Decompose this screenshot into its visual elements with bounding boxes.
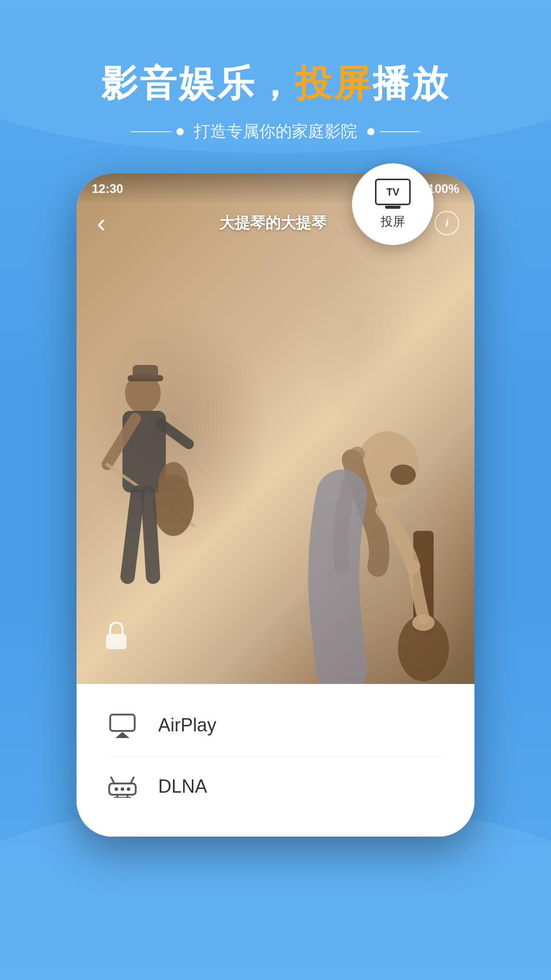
dlna-item[interactable]: DLNA bbox=[107, 757, 444, 816]
title-part1: 影音娱乐， bbox=[101, 63, 295, 104]
svg-point-15 bbox=[412, 615, 435, 631]
airplay-icon bbox=[107, 713, 138, 738]
status-time: 12:30 bbox=[92, 182, 123, 196]
svg-line-21 bbox=[111, 777, 114, 783]
svg-point-23 bbox=[115, 788, 118, 791]
airplay-svg bbox=[108, 713, 137, 738]
musician-left bbox=[92, 362, 235, 643]
lock-icon[interactable] bbox=[102, 621, 131, 653]
svg-rect-2 bbox=[133, 365, 158, 379]
back-button[interactable]: ‹ bbox=[92, 210, 111, 236]
header-section: 影音娱乐，投屏播放 打造专属你的家庭影院 bbox=[0, 0, 551, 143]
main-title: 影音娱乐，投屏播放 bbox=[0, 61, 551, 105]
subtitle-line-right bbox=[367, 128, 420, 135]
back-icon: ‹ bbox=[97, 208, 106, 238]
subtitle-row: 打造专属你的家庭影院 bbox=[0, 120, 551, 143]
info-icon: i bbox=[445, 216, 448, 230]
tv-cast-button[interactable]: TV 投屏 bbox=[352, 163, 434, 245]
dlna-label: DLNA bbox=[158, 776, 207, 797]
svg-line-22 bbox=[131, 777, 134, 783]
musician-right bbox=[260, 352, 474, 684]
tv-label: 投屏 bbox=[381, 213, 405, 230]
svg-point-24 bbox=[121, 788, 124, 791]
airplay-label: AirPlay bbox=[158, 715, 216, 736]
dlna-icon bbox=[107, 775, 138, 798]
dlna-svg bbox=[107, 775, 138, 798]
svg-line-10 bbox=[148, 493, 153, 577]
svg-rect-18 bbox=[110, 715, 135, 731]
lock-svg bbox=[102, 621, 131, 651]
svg-point-12 bbox=[390, 464, 416, 485]
svg-point-8 bbox=[158, 462, 189, 508]
song-title: 大提琴的大提琴 bbox=[219, 213, 327, 234]
phone-screen: 12:30 100% ‹ 大提琴的大提琴 i bbox=[77, 174, 474, 684]
tv-icon: TV bbox=[375, 179, 411, 205]
bottom-panel: AirPlay bbox=[77, 684, 474, 837]
subtitle-line-left bbox=[131, 128, 184, 135]
phone-container: TV 投屏 bbox=[77, 174, 474, 837]
status-battery: 100% bbox=[428, 182, 459, 196]
album-cover bbox=[77, 174, 474, 684]
svg-point-25 bbox=[127, 788, 131, 791]
subtitle-text: 打造专属你的家庭影院 bbox=[194, 120, 357, 143]
svg-line-9 bbox=[128, 493, 138, 577]
airplay-item[interactable]: AirPlay bbox=[107, 694, 444, 756]
info-button[interactable]: i bbox=[435, 211, 459, 235]
svg-marker-19 bbox=[115, 732, 130, 738]
title-highlight: 投屏 bbox=[295, 63, 372, 104]
tv-text: TV bbox=[386, 186, 399, 198]
phone-mockup: 12:30 100% ‹ 大提琴的大提琴 i bbox=[77, 174, 474, 837]
title-part2: 播放 bbox=[372, 63, 450, 104]
svg-rect-17 bbox=[113, 638, 119, 645]
